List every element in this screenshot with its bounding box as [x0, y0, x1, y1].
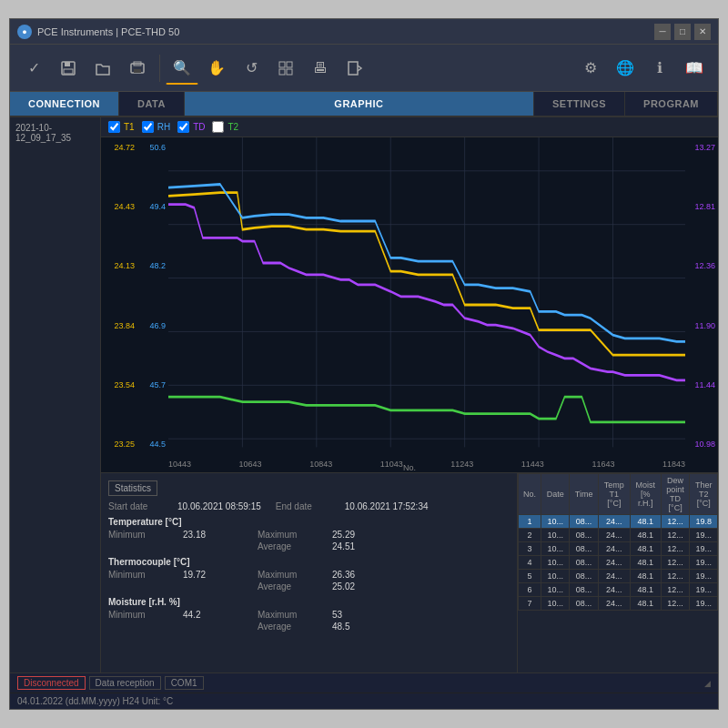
main-content: 2021-10-12_09_17_35 T1 RH TD: [10, 117, 718, 672]
temp-max-label: Maximum: [258, 530, 330, 540]
y-t1-2: 24.43: [101, 202, 137, 211]
tab-connection[interactable]: CONNECTION: [10, 92, 119, 116]
col-header-t2: TherT2[°C]: [690, 474, 718, 515]
open-button[interactable]: [86, 52, 119, 85]
table-row[interactable]: 7 10... 08... 24... 48.1 12... 19...: [519, 597, 718, 611]
cell-td: 12...: [661, 570, 690, 583]
check-button[interactable]: ✓: [17, 52, 50, 85]
checkbox-t1[interactable]: [108, 121, 120, 133]
moist-stats-row: Minimum 44.2 Maximum 53: [108, 610, 510, 620]
cell-date: 10...: [541, 570, 570, 583]
thermo-avg-label: Average: [258, 581, 330, 592]
thermo-max-label: Maximum: [258, 570, 330, 580]
svg-rect-10: [349, 62, 358, 75]
cell-td: 12...: [661, 529, 690, 542]
x-label-8: 11843: [662, 460, 685, 469]
resize-handle[interactable]: ◢: [704, 679, 711, 688]
y-rh-4: 46.9: [136, 321, 168, 330]
label-t1: T1: [124, 122, 135, 132]
y-td-5: 11.44: [685, 380, 718, 389]
cell-date: 10...: [541, 556, 570, 570]
table-row[interactable]: 1 10... 08... 24... 48.1 12... 19.8: [519, 515, 718, 529]
cell-td: 12...: [661, 583, 690, 597]
cell-no: 7: [519, 597, 541, 611]
x-label-7: 11643: [592, 460, 614, 469]
checkbox-td-group: TD: [177, 121, 205, 133]
cell-no: 3: [519, 542, 541, 556]
table-row[interactable]: 4 10... 08... 24... 48.1 12... 19...: [519, 556, 718, 570]
window-title: PCE Instruments | PCE-THD 50: [37, 26, 654, 37]
y-t1-1: 24.72: [101, 143, 137, 152]
cell-date: 10...: [541, 542, 570, 556]
table-row[interactable]: 5 10... 08... 24... 48.1 12... 19...: [519, 570, 718, 583]
checkbox-t2[interactable]: [212, 121, 224, 133]
save-button[interactable]: [52, 52, 85, 85]
cell-date: 10...: [541, 597, 570, 611]
temp-avg-label: Average: [258, 541, 330, 551]
thermo-avg-row: Average 25.02: [108, 581, 510, 592]
globe-button[interactable]: 🌐: [609, 52, 642, 85]
y-rh-1: 50.6: [136, 143, 168, 152]
grid-button[interactable]: [269, 52, 302, 85]
y-t1-4: 23.84: [101, 321, 137, 330]
svg-rect-8: [279, 69, 285, 75]
print-button[interactable]: 🖶: [304, 52, 337, 85]
tab-settings[interactable]: SETTINGS: [534, 92, 625, 116]
y-labels-rh: 50.6 49.4 48.2 46.9 45.7 44.5: [136, 137, 168, 454]
tab-data[interactable]: DATA: [119, 92, 185, 116]
info-button[interactable]: ℹ: [643, 52, 676, 85]
left-panel: 2021-10-12_09_17_35: [10, 117, 101, 672]
x-axis-label: No.: [403, 463, 416, 472]
col-header-no: No.: [519, 474, 541, 515]
y-rh-5: 45.7: [136, 380, 168, 389]
cell-td: 12...: [661, 597, 690, 611]
svg-rect-9: [287, 69, 292, 75]
refresh-button[interactable]: ↺: [235, 52, 268, 85]
moist-max-label: Maximum: [258, 610, 330, 620]
maximize-button[interactable]: □: [674, 24, 691, 40]
cell-time: 08...: [570, 556, 599, 570]
search-button[interactable]: 🔍: [166, 52, 198, 85]
col-header-time: Time: [570, 474, 599, 515]
x-label-6: 11443: [521, 460, 544, 469]
table-row[interactable]: 2 10... 08... 24... 48.1 12... 19...: [519, 529, 718, 542]
checkbox-rh[interactable]: [142, 121, 154, 133]
hand-button[interactable]: ✋: [200, 52, 233, 85]
cell-time: 08...: [570, 529, 599, 542]
cell-rh: 48.1: [630, 583, 661, 597]
x-label-1: 10443: [168, 460, 191, 469]
y-t1-3: 24.13: [101, 261, 137, 270]
y-t1-6: 23.25: [101, 440, 137, 449]
help-button[interactable]: 📖: [678, 52, 711, 85]
thermo-avg-value: 25.02: [332, 581, 405, 592]
end-value: 10.06.2021 17:52:34: [345, 501, 429, 511]
minimize-button[interactable]: ─: [654, 24, 671, 40]
close-button[interactable]: ✕: [694, 24, 711, 40]
thermo-min-label: Minimum: [108, 570, 181, 580]
tab-graphic[interactable]: GRAPHIC: [185, 92, 534, 116]
data-table-scroll[interactable]: No. Date Time TempT1[°C] Moist[%r.H.] De…: [518, 473, 718, 672]
status-footer: 04.01.2022 (dd.MM.yyyy) H24 Unit: °C: [10, 693, 718, 709]
status-com1: COM1: [165, 676, 204, 690]
stats-dates-row: Start date 10.06.2021 08:59:15 End date …: [108, 501, 510, 511]
cell-td: 12...: [661, 515, 690, 529]
cell-rh: 48.1: [630, 542, 661, 556]
cell-time: 08...: [570, 583, 599, 597]
x-label-5: 11243: [450, 460, 473, 469]
print-preview-button[interactable]: [121, 52, 154, 85]
settings-button[interactable]: ⚙: [574, 52, 607, 85]
table-row[interactable]: 6 10... 08... 24... 48.1 12... 19...: [519, 583, 718, 597]
checkbox-td[interactable]: [177, 121, 189, 133]
y-rh-2: 49.4: [136, 202, 168, 211]
tab-program[interactable]: PROGRAM: [625, 92, 718, 116]
chart-area[interactable]: 24.72 24.43 24.13 23.84 23.54 23.25 50.6…: [101, 137, 718, 472]
export-button[interactable]: [339, 52, 371, 85]
cell-t1: 24...: [599, 583, 631, 597]
y-labels-t1: 24.72 24.43 24.13 23.84 23.54 23.25: [101, 137, 137, 454]
app-icon: ●: [17, 25, 32, 39]
y-rh-6: 44.5: [136, 440, 168, 449]
moist-avg-row: Average 48.5: [108, 622, 510, 632]
table-row[interactable]: 3 10... 08... 24... 48.1 12... 19...: [519, 542, 718, 556]
label-rh: RH: [157, 122, 170, 132]
bottom-section: Statistics Start date 10.06.2021 08:59:1…: [101, 472, 718, 672]
